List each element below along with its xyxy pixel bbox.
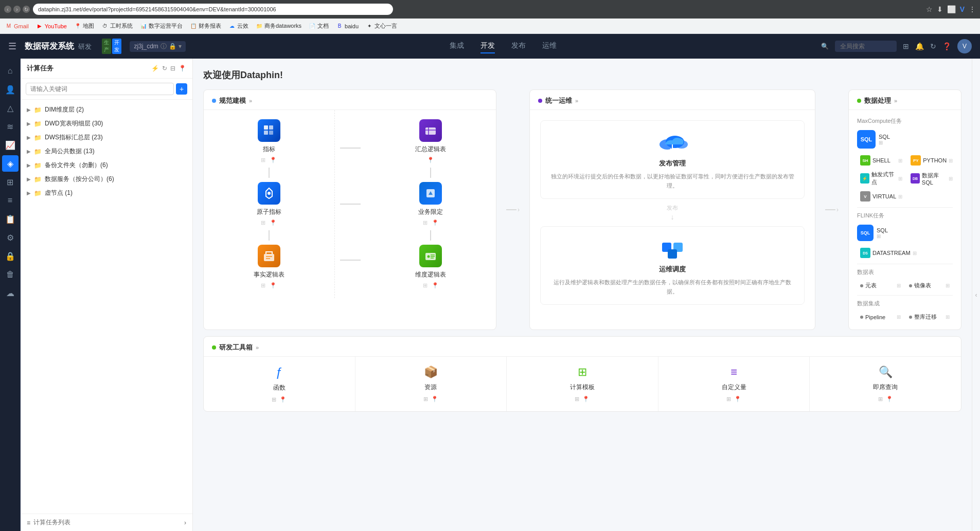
location-icon[interactable]: 📍 [179,65,186,72]
conn-h3 [340,260,361,261]
sidebar-icon-cloud[interactable]: ☁ [2,285,19,301]
gmail-icon: M [5,23,12,30]
sidebar-icon-trash[interactable]: 🗑 [2,266,19,283]
more-action[interactable]: ⋯ [181,106,186,113]
tool-resource[interactable]: 📦 资源 ⊞ 📍 [355,357,507,411]
dp-mirror[interactable]: 镜像表 ⊞ [906,280,953,291]
forward-button[interactable]: › [13,6,21,13]
tab-publish[interactable]: 发布 [511,39,526,53]
bookmark-baidu[interactable]: B baidu [336,23,359,30]
bookmark-gmail[interactable]: M Gmail [5,23,29,30]
global-search[interactable] [835,41,897,52]
folder-icon: 📁 [34,190,42,197]
tool-adhoc[interactable]: 🔍 即席查询 ⊞ 📍 [810,357,961,411]
function-icon: ƒ [276,365,282,379]
sidebar-icon-triangle[interactable]: △ [2,100,19,116]
sidebar-icon-clipboard[interactable]: 📋 [2,211,19,227]
address-bar[interactable]: dataphin.zj31.net/dev/portal?projectId=6… [33,4,393,15]
modeling-cell-weidu[interactable]: 维度逻辑表 ⊞ 📍 [411,241,450,293]
back-button[interactable]: ‹ [4,6,11,13]
reload-button[interactable]: ↻ [23,6,30,13]
dp-metatable[interactable]: 元表 ⊞ [857,280,904,291]
tab-integrate[interactable]: 集成 [450,39,464,53]
huizong-icon [419,119,442,142]
bookmark-cloud[interactable]: ☁ 云效 [228,22,248,30]
modeling-cell-yewu[interactable]: 业务限定 ⊞ 📍 [414,178,447,230]
tree-item-backup[interactable]: ▶ 📁 备份文件夹（勿删）(6) [21,158,192,172]
bookmark-youtube[interactable]: ▶ YouTube [36,23,67,30]
tree-item-dwd[interactable]: ▶ 📁 DWD宽表明细层 (30) [21,117,192,131]
resource-label: 资源 [424,383,437,392]
sidebar-icon-list[interactable]: ≡ [2,192,19,209]
modeling-cell-zhibiao[interactable]: 指标 ⊞ 📍 [254,115,284,168]
sidebar-add-button[interactable]: + [176,83,187,95]
modeling-cell-yuanzi[interactable]: 原子指标 ⊞ 📍 [253,178,286,230]
bookmark-finance[interactable]: 📋 财务报表 [190,22,221,30]
sidebar-icon-lock[interactable]: 🔒 [2,248,19,264]
ops-dot [538,99,542,103]
sidebar-icon-layers[interactable]: ≋ [2,118,19,135]
bookmark-dataworks[interactable]: 📁 商务dataworks [256,22,301,30]
tools-title: 研发工具箱 [219,343,253,352]
add-action[interactable]: + [175,106,179,113]
dp-pipeline[interactable]: Pipeline ⊞ [857,312,904,322]
tree-item-dws[interactable]: ▶ 📁 DWS指标汇总层 (23) [21,131,192,144]
bookmark-wenxin[interactable]: ✦ 文心一言 [366,22,397,30]
modeling-cell-shijian[interactable]: 事实逻辑表 ⊞ 📍 [250,241,289,293]
sidebar-icon-chart[interactable]: 📈 [2,137,19,153]
tool-compute-template[interactable]: ⊞ 计算模板 ⊞ 📍 [507,357,658,411]
bell-icon[interactable]: 🔔 [915,42,924,50]
tool-custom[interactable]: ≡ 自定义量 ⊞ 📍 [658,357,810,411]
dp-dbmigrate[interactable]: 整库迁移 ⊞ [906,312,953,322]
project-selector[interactable]: zj3j_cdm ⓘ 🔒 ▾ [130,41,185,52]
modeling-cell-huizong[interactable]: 汇总逻辑表 📍 [411,115,450,168]
sql-label: SQL [879,134,953,140]
sql-info: SQL ⊞ [879,134,953,145]
sidebar-footer[interactable]: ≡ 计算任务列表 › [21,514,192,531]
sidebar-icon-active[interactable]: ◈ [2,155,19,172]
user-avatar[interactable]: V [957,39,972,53]
sidebar-icon-home[interactable]: ⌂ [2,63,19,79]
bookmark-maps[interactable]: 📍 地图 [74,22,94,30]
star-button[interactable]: ☆ [926,5,933,13]
refresh-icon[interactable]: ↻ [930,42,936,50]
tree-item-virtual[interactable]: ▶ 📁 虚节点 (1) [21,186,192,200]
dp-shell[interactable]: SH SHELL ⊞ [857,154,905,167]
dp-datastream[interactable]: DS DATASTREAM ⊞ [857,246,920,260]
dp-dbsql[interactable]: DB 数据库SQL ⊞ [907,169,956,188]
collapse-icon[interactable]: ⊟ [170,65,175,72]
tree-item-public[interactable]: ▶ 📁 全局公共数据 (13) [21,144,192,158]
more-button[interactable]: ⋮ [969,5,976,13]
sidebar-search-input[interactable] [26,83,174,95]
app-logo: 数据研发系统 研发 [25,41,92,52]
filter-icon[interactable]: ⚡ [151,65,159,72]
sidebar-icon-user[interactable]: 👤 [2,81,19,98]
adhoc-actions: ⊞ 📍 [878,396,893,402]
sidebar-icon-table[interactable]: ⊞ [2,174,19,190]
folder-icon: 📁 [34,148,42,155]
profile-button[interactable]: V [960,5,965,13]
dp-maxcompute-sql[interactable]: SQL SQL ⊞ [854,127,956,152]
dp-flink-sql[interactable]: SQL SQL ⊞ [854,222,956,244]
bookmark-ops[interactable]: 📊 数字运营平台 [140,22,183,30]
dp-trigger[interactable]: ⚡ 触发式节点 ⊞ [857,169,905,188]
tab-develop[interactable]: 开发 [480,39,495,53]
tree-item-service[interactable]: ▶ 📁 数据服务（按分公司）(6) [21,172,192,186]
tree-item-dim[interactable]: ▶ 📁 DIM维度层 (2) + ⋯ [21,103,192,117]
bookmark-work[interactable]: ⏱ 工时系统 [101,22,133,30]
extensions-button[interactable]: ⬜ [947,5,956,13]
cards-row-top: 规范建模 » [203,89,961,330]
bookmark-docs[interactable]: 📄 文档 [309,22,329,30]
hamburger-button[interactable]: ☰ [8,41,16,52]
help-icon[interactable]: ❓ [942,42,951,50]
tool-function[interactable]: ƒ 函数 ⊞ 📍 [204,357,355,411]
grid-icon[interactable]: ⊞ [903,42,909,50]
refresh-icon[interactable]: ↻ [162,65,167,72]
dp-python[interactable]: PY PYTHON ⊞ [907,154,956,167]
right-handle[interactable]: ‹ [972,59,980,531]
sidebar-icon-gear[interactable]: ⚙ [2,229,19,246]
dp-virtual[interactable]: V VIRTUAL ⊞ [857,190,905,203]
tab-ops[interactable]: 运维 [542,39,557,53]
download-button[interactable]: ⬇ [937,5,943,13]
sidebar-search: + [21,79,192,100]
